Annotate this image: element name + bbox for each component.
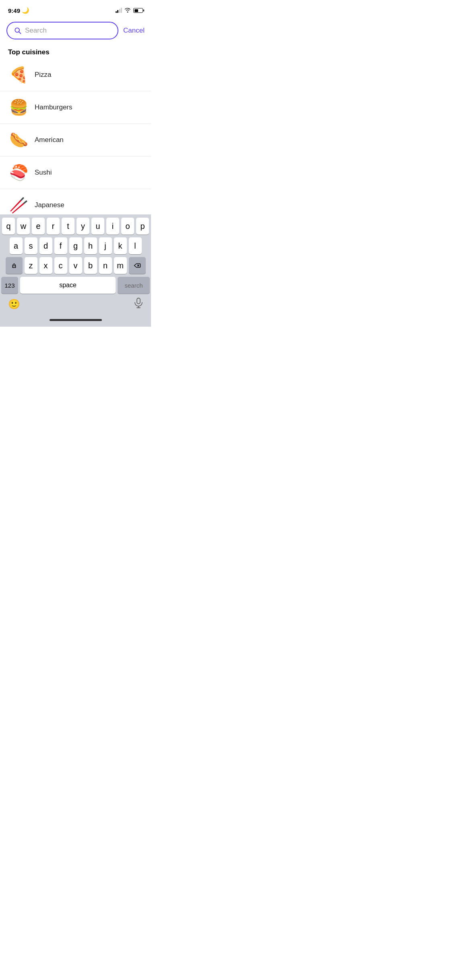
status-icons bbox=[116, 8, 143, 14]
cuisine-name: Sushi bbox=[35, 169, 52, 177]
mic-key[interactable] bbox=[134, 298, 143, 311]
battery-icon bbox=[133, 8, 143, 13]
backspace-key[interactable] bbox=[129, 257, 146, 274]
key-t[interactable]: t bbox=[62, 218, 74, 235]
key-q[interactable]: q bbox=[2, 218, 15, 235]
key-n[interactable]: n bbox=[99, 257, 112, 274]
cuisine-name: Pizza bbox=[35, 71, 52, 79]
cuisine-emoji: 🥢 bbox=[8, 195, 29, 216]
svg-line-1 bbox=[19, 32, 21, 34]
key-p[interactable]: p bbox=[136, 218, 149, 235]
cuisine-emoji: 🍔 bbox=[8, 97, 29, 118]
key-i[interactable]: i bbox=[106, 218, 119, 235]
section-title: Top cuisines bbox=[0, 43, 151, 59]
home-indicator bbox=[0, 313, 151, 327]
key-d[interactable]: d bbox=[39, 237, 52, 254]
search-input-wrap[interactable]: Search bbox=[6, 22, 118, 39]
key-k[interactable]: k bbox=[114, 237, 127, 254]
status-time: 9:49 🌙 bbox=[8, 7, 29, 14]
key-h[interactable]: h bbox=[84, 237, 97, 254]
key-o[interactable]: o bbox=[121, 218, 134, 235]
keyboard: q w e r t y u i o p a s d f g h j k l bbox=[0, 214, 151, 327]
keyboard-row-3: z x c v b n m bbox=[1, 257, 150, 274]
svg-rect-5 bbox=[137, 298, 140, 304]
search-action-key[interactable]: search bbox=[118, 277, 150, 294]
key-j[interactable]: j bbox=[99, 237, 112, 254]
cuisine-emoji: 🍣 bbox=[8, 162, 29, 183]
key-w[interactable]: w bbox=[17, 218, 30, 235]
key-f[interactable]: f bbox=[54, 237, 67, 254]
time-display: 9:49 bbox=[8, 7, 20, 14]
key-v[interactable]: v bbox=[69, 257, 82, 274]
space-key[interactable]: space bbox=[20, 277, 116, 294]
key-s[interactable]: s bbox=[25, 237, 37, 254]
search-bar-row: Search Cancel bbox=[0, 18, 151, 43]
key-y[interactable]: y bbox=[77, 218, 89, 235]
key-m[interactable]: m bbox=[114, 257, 127, 274]
numbers-key[interactable]: 123 bbox=[1, 277, 18, 294]
status-bar: 9:49 🌙 bbox=[0, 0, 151, 18]
key-a[interactable]: a bbox=[10, 237, 23, 254]
list-item[interactable]: 🍣 Sushi bbox=[0, 156, 151, 189]
list-item[interactable]: 🍕 Pizza bbox=[0, 59, 151, 91]
moon-icon: 🌙 bbox=[22, 7, 29, 14]
list-item[interactable]: 🌭 American bbox=[0, 124, 151, 156]
keyboard-row-2: a s d f g h j k l bbox=[1, 237, 150, 254]
home-bar bbox=[50, 319, 102, 321]
svg-rect-2 bbox=[12, 266, 16, 268]
cuisine-name: Hamburgers bbox=[35, 103, 72, 111]
wifi-icon bbox=[124, 8, 131, 14]
list-item[interactable]: 🍔 Hamburgers bbox=[0, 91, 151, 124]
keyboard-bottom-bar: 🙂 bbox=[0, 295, 151, 313]
key-l[interactable]: l bbox=[129, 237, 142, 254]
keyboard-row-4: 123 space search bbox=[1, 277, 150, 294]
key-r[interactable]: r bbox=[47, 218, 60, 235]
search-input[interactable]: Search bbox=[25, 27, 111, 35]
cuisine-emoji: 🌭 bbox=[8, 130, 29, 150]
key-g[interactable]: g bbox=[69, 237, 82, 254]
key-z[interactable]: z bbox=[25, 257, 37, 274]
search-icon bbox=[14, 27, 22, 35]
emoji-key[interactable]: 🙂 bbox=[8, 299, 20, 310]
key-e[interactable]: e bbox=[32, 218, 45, 235]
key-b[interactable]: b bbox=[84, 257, 97, 274]
cancel-button[interactable]: Cancel bbox=[123, 27, 145, 35]
cuisine-emoji: 🍕 bbox=[8, 64, 29, 85]
cuisine-name: Japanese bbox=[35, 201, 64, 209]
shift-key[interactable] bbox=[6, 257, 23, 274]
keyboard-row-1: q w e r t y u i o p bbox=[1, 218, 150, 235]
signal-icon bbox=[116, 8, 122, 13]
key-x[interactable]: x bbox=[39, 257, 52, 274]
key-u[interactable]: u bbox=[91, 218, 104, 235]
key-c[interactable]: c bbox=[54, 257, 67, 274]
cuisine-name: American bbox=[35, 136, 64, 144]
